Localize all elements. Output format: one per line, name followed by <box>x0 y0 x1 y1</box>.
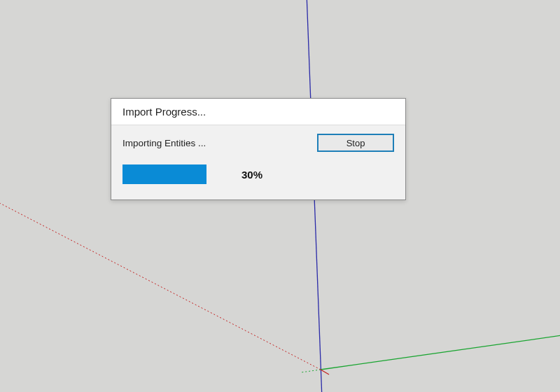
dialog-title: Import Progress... <box>111 99 405 125</box>
axis-green-dotted <box>301 370 321 372</box>
progress-percent-label: 30% <box>241 169 262 181</box>
stop-button[interactable]: Stop <box>317 134 394 152</box>
status-row: Importing Entities ... Stop <box>122 134 394 152</box>
axis-red-solid <box>321 370 329 374</box>
axis-green <box>321 335 560 370</box>
import-progress-dialog: Import Progress... Importing Entities ..… <box>111 98 406 200</box>
status-text: Importing Entities ... <box>122 138 206 148</box>
axis-red-dotted <box>0 196 321 370</box>
stop-button-label: Stop <box>346 138 365 148</box>
dialog-body: Importing Entities ... Stop 30% <box>111 125 405 200</box>
progress-bar-fill <box>122 164 206 184</box>
progress-bar <box>122 164 206 184</box>
progress-row: 30% <box>122 164 394 184</box>
